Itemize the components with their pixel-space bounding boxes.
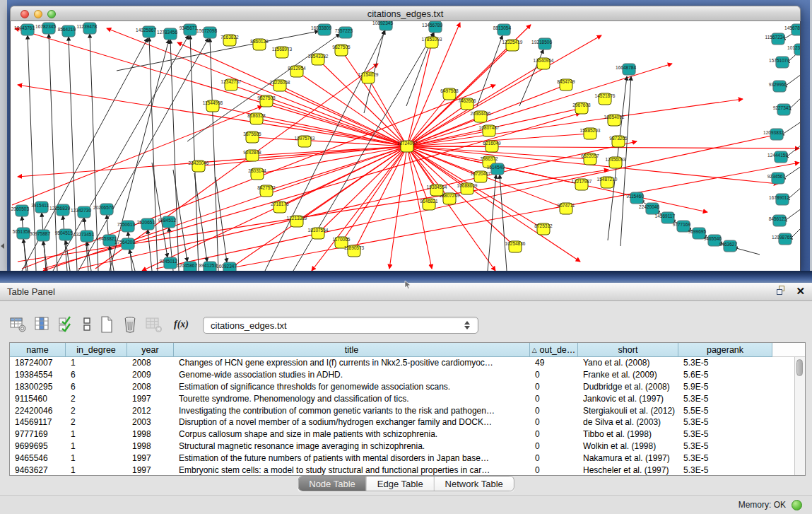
table-cell[interactable]: 5.6E-5 [678, 369, 772, 381]
table-cell[interactable]: Wolkin et al. (1998) [578, 440, 678, 452]
table-row[interactable]: 1830029562008Estimation of significance … [10, 381, 805, 393]
select-rows-button[interactable] [58, 315, 75, 334]
table-cell[interactable]: Corpus callosum shape and size in male p… [174, 428, 530, 440]
table-row[interactable]: 911546021997Tourette syndrome. Phenomeno… [10, 393, 805, 405]
table-cell[interactable]: Investigating the contribution of common… [174, 405, 530, 417]
float-panel-button[interactable] [777, 286, 787, 296]
table-cell[interactable]: 0 [530, 369, 578, 381]
table-cell[interactable]: 5.3E-5 [678, 465, 772, 476]
column-header-title[interactable]: title [174, 343, 530, 357]
table-selector-dropdown[interactable]: citations_edges.txt [203, 317, 478, 334]
table-cell[interactable]: Franke et al. (2009) [578, 369, 678, 381]
table-cell[interactable]: Estimation of significance thresholds fo… [174, 381, 530, 393]
table-cell[interactable]: Stergiakouli et al. (2012) [578, 405, 678, 417]
table-cell[interactable]: 1 [66, 428, 127, 440]
table-cell[interactable]: 5.3E-5 [678, 357, 772, 369]
column-header-in_degree[interactable]: in_degree [66, 343, 127, 357]
column-header-short[interactable]: short [578, 343, 678, 357]
merge-tables-button[interactable] [82, 315, 92, 334]
close-window-button[interactable] [20, 10, 29, 18]
table-cell[interactable]: 9115460 [10, 393, 66, 405]
table-cell[interactable]: 5.3E-5 [678, 440, 772, 452]
table-cell[interactable]: 0 [530, 465, 578, 476]
table-cell[interactable]: 9463627 [10, 465, 66, 476]
table-cell[interactable]: 1 [66, 465, 127, 476]
table-cell[interactable]: Hescheler et al. (1997) [578, 465, 678, 476]
table-cell[interactable]: 18724007 [10, 357, 66, 369]
new-table-button[interactable] [99, 315, 114, 334]
delete-table-button-disabled[interactable] [146, 315, 163, 334]
table-cell[interactable]: Estimation of the future numbers of pati… [174, 452, 530, 465]
table-cell[interactable]: 1 [66, 440, 127, 452]
table-cell[interactable]: 2009 [127, 369, 174, 381]
table-cell[interactable]: 5.3E-5 [678, 428, 772, 440]
table-cell[interactable]: 2008 [127, 381, 174, 393]
window-titlebar[interactable]: citations_edges.txt [10, 6, 801, 21]
table-cell[interactable]: 0 [530, 416, 578, 428]
table-cell[interactable]: 5.9E-5 [678, 381, 772, 393]
tab-network-table[interactable]: Network Table [434, 477, 514, 491]
table-cell[interactable]: 6 [66, 369, 127, 381]
table-cell[interactable]: 2008 [127, 357, 174, 369]
table-cell[interactable]: 0 [530, 405, 578, 417]
table-cell[interactable]: 9777169 [10, 428, 66, 440]
table-row[interactable]: 969969511998Structural magnetic resonanc… [10, 440, 805, 452]
table-cell[interactable]: 1 [66, 452, 127, 465]
table-cell[interactable]: 19384554 [10, 369, 66, 381]
column-header-out_de[interactable]: △out_de… [530, 343, 578, 357]
table-cell[interactable]: 0 [530, 381, 578, 393]
table-cell[interactable]: 1997 [127, 452, 174, 465]
table-cell[interactable]: 0 [530, 393, 578, 405]
close-panel-button[interactable]: ✕ [796, 286, 805, 296]
table-cell[interactable]: Jankovic et al. (1997) [578, 393, 678, 405]
table-cell[interactable]: 2 [66, 416, 127, 428]
table-cell[interactable]: Tibbo et al. (1998) [578, 428, 678, 440]
table-cell[interactable]: 2003 [127, 416, 174, 428]
table-cell[interactable]: Structural magnetic resonance image aver… [174, 440, 530, 452]
table-row[interactable]: 977716911998Corpus callosum shape and si… [10, 428, 805, 440]
table-cell[interactable]: 1998 [127, 428, 174, 440]
table-cell[interactable]: 2 [66, 405, 127, 417]
panel-collapse-arrow-icon[interactable] [1, 243, 4, 249]
table-cell[interactable]: 18300295 [10, 381, 66, 393]
table-cell[interactable]: 5.5E-5 [678, 405, 772, 417]
table-cell[interactable]: Changes of HCN gene expression and I(f) … [174, 357, 530, 369]
table-cell[interactable]: 1997 [127, 465, 174, 476]
minimize-window-button[interactable] [34, 10, 42, 18]
table-settings-button[interactable] [10, 315, 27, 334]
table-cell[interactable]: Tourette syndrome. Phenomenology and cla… [174, 393, 530, 405]
memory-ok-indicator[interactable] [792, 500, 802, 510]
table-cell[interactable]: Yano et al. (2008) [578, 357, 678, 369]
table-row[interactable]: 1456911722003Disruption of a novel membe… [10, 416, 805, 428]
table-cell[interactable]: Nakamura et al. (1997) [578, 452, 678, 465]
table-cell[interactable]: 1 [66, 357, 127, 369]
table-cell[interactable]: 1998 [127, 440, 174, 452]
table-row[interactable]: 946554611997Estimation of the future num… [10, 452, 805, 465]
table-cell[interactable]: 1997 [127, 393, 174, 405]
table-row[interactable]: 2242004622012Investigating the contribut… [10, 405, 805, 417]
table-cell[interactable]: 2 [66, 393, 127, 405]
table-cell[interactable]: 0 [530, 428, 578, 440]
table-cell[interactable]: 0 [530, 440, 578, 452]
column-header-name[interactable]: name [10, 343, 66, 357]
table-cell[interactable]: 14569117 [10, 416, 66, 428]
table-cell[interactable]: 22420046 [10, 405, 66, 417]
delete-rows-button[interactable] [122, 315, 139, 334]
table-cell[interactable]: 6 [66, 381, 127, 393]
table-row[interactable]: 946362711997Embryonic stem cells: a mode… [10, 465, 805, 476]
table-cell[interactable]: 5.3E-5 [678, 452, 772, 465]
table-cell[interactable]: 5.3E-5 [678, 416, 772, 428]
tab-edge-table[interactable]: Edge Table [366, 477, 434, 491]
show-columns-button[interactable] [34, 315, 51, 334]
table-cell[interactable]: Embryonic stem cells: a model to study s… [174, 465, 530, 476]
table-row[interactable]: 1872400712008Changes of HCN gene express… [10, 357, 805, 369]
table-cell[interactable]: de Silva et al. (2003) [578, 416, 678, 428]
table-row[interactable]: 1938455462009Genome-wide association stu… [10, 369, 805, 381]
network-canvas[interactable]: 1872400798275051654338289129542322605898… [10, 21, 801, 271]
table-cell[interactable]: Disruption of a novel member of a sodium… [174, 416, 530, 428]
table-cell[interactable]: Dudbridge et al. (2008) [578, 381, 678, 393]
table-cell[interactable]: 2012 [127, 405, 174, 417]
table-vertical-scrollbar[interactable] [794, 357, 805, 476]
table-cell[interactable]: 5.3E-5 [678, 393, 772, 405]
table-cell[interactable]: 0 [530, 452, 578, 465]
